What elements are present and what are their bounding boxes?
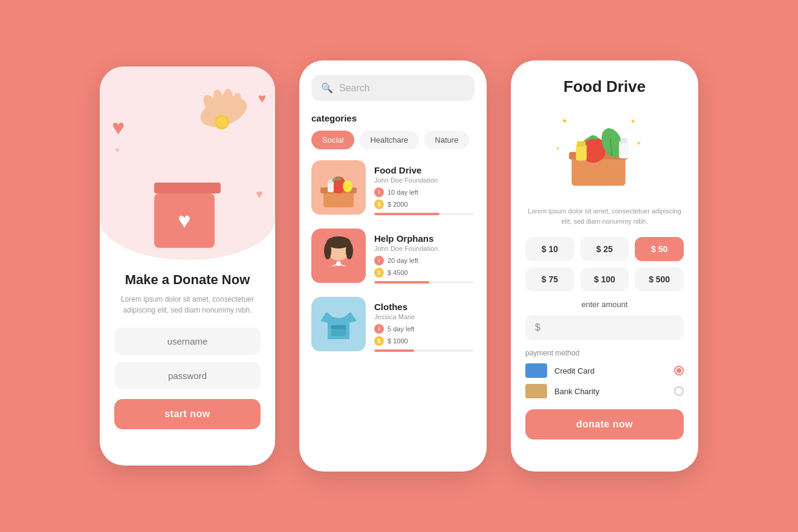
amount-text-clothes: $ 1000 xyxy=(388,337,408,345)
heart-icon-2: ♥ xyxy=(258,91,266,106)
item-days-orphan: i 20 day left xyxy=(374,256,475,265)
svg-rect-32 xyxy=(577,141,585,146)
box-lid xyxy=(154,183,221,193)
orphan-thumb xyxy=(311,229,366,283)
amount-50[interactable]: $ 50 xyxy=(635,237,684,261)
svg-text:✦: ✦ xyxy=(556,146,560,152)
donate-now-button[interactable]: donate now xyxy=(525,409,684,440)
money-icon-food: $ xyxy=(374,199,384,209)
time-icon-food: i xyxy=(374,187,384,197)
browse-card: 🔍 Search categories Social Healtchare Na… xyxy=(299,60,487,472)
item-name-food: Food Drive xyxy=(374,165,475,175)
tab-nature[interactable]: Nature xyxy=(424,131,469,149)
svg-rect-31 xyxy=(576,144,587,161)
amount-25[interactable]: $ 25 xyxy=(580,237,629,261)
item-amount-orphan: $ $ 4500 xyxy=(374,268,475,277)
food-illustration: ✦ ✦ ✦ ✦ xyxy=(550,106,659,196)
progress-fill-clothes xyxy=(374,349,414,352)
categories-label: categories xyxy=(311,113,475,123)
svg-rect-21 xyxy=(331,325,346,329)
item-days-food: i 10 day left xyxy=(374,187,475,197)
food-drive-thumb xyxy=(311,160,366,215)
days-text-food: 10 day left xyxy=(388,189,418,196)
svg-rect-11 xyxy=(346,181,349,186)
search-bar[interactable]: 🔍 Search xyxy=(311,75,475,101)
item-org-orphan: John Doe Foundation xyxy=(374,245,475,252)
card3-description: Lorem ipsum dolor sit amet, consectetuer… xyxy=(525,206,684,226)
item-days-clothes: i 5 day left xyxy=(374,324,475,334)
username-input[interactable] xyxy=(114,328,261,355)
orphan-info: Help Orphans John Doe Foundation i 20 da… xyxy=(374,229,475,288)
donation-box: ♥ xyxy=(154,183,221,248)
bank-charity-icon xyxy=(525,384,547,398)
item-name-orphan: Help Orphans xyxy=(374,233,475,244)
svg-text:✦: ✦ xyxy=(630,117,636,126)
box-heart-icon: ♥ xyxy=(178,208,190,233)
item-name-clothes: Clothes xyxy=(374,302,475,312)
clothes-info: Clothes Jessica Marie i 5 day left $ $ 1… xyxy=(374,297,475,357)
credit-card-radio[interactable] xyxy=(674,366,684,375)
hand-illustration xyxy=(178,85,257,145)
payment-option-card[interactable]: Credit Card xyxy=(525,363,684,378)
payment-card: Food Drive ✦ ✦ ✦ ✦ Lorem ipsum dol xyxy=(511,60,698,472)
item-org-clothes: Jessica Marie xyxy=(374,313,475,320)
days-text-clothes: 5 day left xyxy=(388,325,415,332)
amount-100[interactable]: $ 100 xyxy=(580,267,629,291)
box-body: ♥ xyxy=(154,193,215,248)
progress-bar-orphan xyxy=(374,281,475,284)
amount-75[interactable]: $ 75 xyxy=(525,267,574,291)
progress-bar-clothes xyxy=(374,349,475,352)
svg-rect-33 xyxy=(619,141,629,158)
bank-charity-label: Bank Charity xyxy=(554,387,667,396)
svg-rect-13 xyxy=(329,180,332,183)
donation-list: Food Drive John Doe Foundation i 10 day … xyxy=(311,160,475,357)
login-card: ♥ ♥ ♥ ♥ ♥ Make a Dona xyxy=(100,66,275,465)
progress-fill-orphan xyxy=(374,281,429,284)
amount-text-orphan: $ 4500 xyxy=(388,269,408,276)
amount-input[interactable] xyxy=(545,323,674,333)
hero-section: ♥ ♥ ♥ ♥ ♥ xyxy=(100,66,275,260)
time-icon-clothes: i xyxy=(374,324,384,334)
payment-options: Credit Card Bank Charity xyxy=(525,363,684,398)
progress-fill-food xyxy=(374,213,440,215)
login-content: Make a Donate Now Lorem ipsum dolor sit … xyxy=(100,260,275,465)
item-org-food: John Doe Foundation xyxy=(374,177,475,184)
heart-icon-1: ♥ xyxy=(112,115,125,140)
food-drive-info: Food Drive John Doe Foundation i 10 day … xyxy=(374,160,475,220)
bank-charity-radio[interactable] xyxy=(674,386,684,396)
heart-icon-3: ♥ xyxy=(256,187,263,201)
tab-social[interactable]: Social xyxy=(311,131,354,149)
svg-point-6 xyxy=(216,117,227,128)
payment-option-bank[interactable]: Bank Charity xyxy=(525,384,684,398)
money-icon-clothes: $ xyxy=(374,336,384,346)
enter-amount-label: enter amount xyxy=(525,300,684,309)
svg-point-16 xyxy=(324,242,331,259)
tab-healthcare[interactable]: Healtchare xyxy=(359,131,419,149)
card3-title: Food Drive xyxy=(525,77,684,96)
amount-500[interactable]: $ 500 xyxy=(635,267,684,291)
credit-card-label: Credit Card xyxy=(554,366,667,375)
clothes-thumb xyxy=(311,297,366,351)
list-item[interactable]: Help Orphans John Doe Foundation i 20 da… xyxy=(311,229,475,288)
password-input[interactable] xyxy=(114,362,261,389)
payment-label: payment method xyxy=(525,349,684,357)
days-text-orphan: 20 day left xyxy=(388,257,418,264)
amount-10[interactable]: $ 10 xyxy=(525,237,574,261)
amount-grid: $ 10 $ 25 $ 50 $ 75 $ 100 $ 500 xyxy=(525,237,684,291)
dollar-sign: $ xyxy=(535,322,540,333)
credit-card-icon xyxy=(525,363,547,378)
card1-title: Make a Donate Now xyxy=(114,272,261,288)
progress-bar-food xyxy=(374,213,475,215)
svg-text:✦: ✦ xyxy=(636,140,641,147)
list-item[interactable]: Clothes Jessica Marie i 5 day left $ $ 1… xyxy=(311,297,475,357)
card1-description: Lorem ipsum dolor sit amet, consectetuer… xyxy=(114,294,261,316)
svg-rect-34 xyxy=(620,138,627,143)
svg-point-19 xyxy=(336,261,341,266)
item-amount-clothes: $ $ 1000 xyxy=(374,336,475,346)
svg-text:✦: ✦ xyxy=(561,116,568,126)
list-item[interactable]: Food Drive John Doe Foundation i 10 day … xyxy=(311,160,475,220)
search-icon: 🔍 xyxy=(321,82,333,94)
start-now-button[interactable]: start now xyxy=(114,399,261,429)
category-tabs: Social Healtchare Nature xyxy=(311,131,475,149)
svg-point-17 xyxy=(346,242,353,259)
